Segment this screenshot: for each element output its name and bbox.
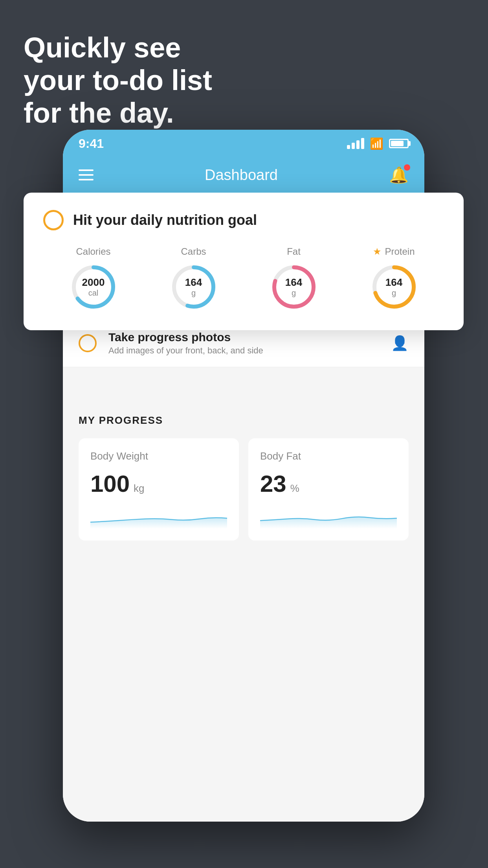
ring-label-protein: ★ Protein <box>373 246 415 257</box>
body-fat-value: 23 <box>260 470 286 497</box>
status-time: 9:41 <box>79 136 104 151</box>
body-weight-unit: kg <box>134 482 144 495</box>
body-weight-chart <box>90 509 227 529</box>
ring-unit-fat: g <box>285 289 302 298</box>
nutrition-card-header: Hit your daily nutrition goal <box>43 210 444 230</box>
ring-unit-protein: g <box>385 289 402 298</box>
ring-protein: ★ Protein 164 g <box>371 246 418 311</box>
body-fat-chart <box>260 509 397 529</box>
todo-name-photos: Take progress photos <box>108 331 379 344</box>
ring-fat: Fat 164 g <box>270 246 317 311</box>
ring-calories: Calories 2000 cal <box>70 246 117 311</box>
photo-icon: 👤 <box>391 335 409 351</box>
ring-value-calories: 2000 <box>82 276 105 289</box>
status-icons: 📶 <box>347 137 409 150</box>
ring-label-carbs: Carbs <box>181 246 206 257</box>
todo-circle-photos <box>79 334 97 352</box>
body-weight-card: Body Weight 100 kg <box>79 438 239 541</box>
wifi-icon: 📶 <box>370 137 383 150</box>
app-header: Dashboard 🔔 <box>63 157 424 193</box>
star-icon: ★ <box>373 246 382 257</box>
bell-icon[interactable]: 🔔 <box>389 166 409 184</box>
ring-value-carbs: 164 <box>185 276 202 289</box>
ring-svg-calories: 2000 cal <box>70 263 117 311</box>
body-fat-label: Body Fat <box>260 450 397 462</box>
my-progress-title: MY PROGRESS <box>79 414 409 427</box>
ring-value-fat: 164 <box>285 276 302 289</box>
nutrition-rings: Calories 2000 cal Carbs <box>43 242 444 311</box>
ring-svg-carbs: 164 g <box>170 263 217 311</box>
ring-unit-calories: cal <box>82 289 105 298</box>
battery-icon <box>389 139 409 148</box>
ring-carbs: Carbs 164 g <box>170 246 217 311</box>
hamburger-menu-icon[interactable] <box>79 169 94 180</box>
ring-svg-fat: 164 g <box>270 263 317 311</box>
body-fat-unit: % <box>290 482 299 495</box>
nutrition-check-circle[interactable] <box>43 210 64 230</box>
nutrition-card-title: Hit your daily nutrition goal <box>73 212 257 228</box>
body-weight-label: Body Weight <box>90 450 227 462</box>
body-weight-value: 100 <box>90 470 130 497</box>
body-fat-card: Body Fat 23 % <box>248 438 409 541</box>
progress-cards: Body Weight 100 kg <box>79 438 409 541</box>
ring-unit-carbs: g <box>185 289 202 298</box>
nutrition-card: Hit your daily nutrition goal Calories 2… <box>24 193 464 330</box>
background-headline: Quickly see your to-do list for the day. <box>24 31 212 129</box>
todo-desc-photos: Add images of your front, back, and side <box>108 346 379 356</box>
notification-dot <box>404 164 410 171</box>
ring-value-protein: 164 <box>385 276 402 289</box>
ring-label-calories: Calories <box>76 246 110 257</box>
ring-svg-protein: 164 g <box>371 263 418 311</box>
header-title: Dashboard <box>205 167 278 184</box>
ring-label-fat: Fat <box>287 246 301 257</box>
signal-icon <box>347 138 364 149</box>
status-bar: 9:41 📶 <box>63 130 424 157</box>
my-progress-section: MY PROGRESS Body Weight 100 kg <box>63 399 424 541</box>
